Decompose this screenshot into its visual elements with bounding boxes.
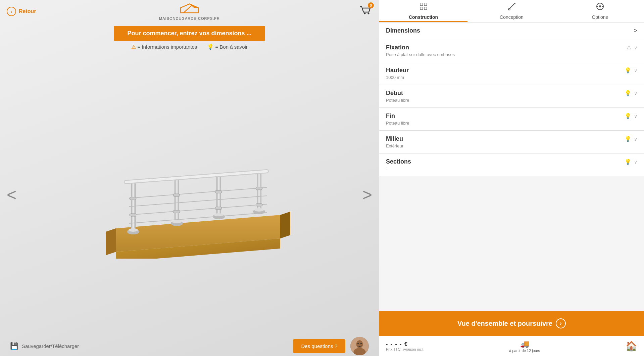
save-icon: 💾 [10,342,18,350]
svg-rect-9 [131,183,136,232]
info-good-group: 💡 = Bon à savoir [207,44,247,50]
config-item-fin-header: Fin 💡 ∨ [386,113,637,120]
sections-controls: 💡 ∨ [625,159,637,165]
svg-point-36 [356,340,363,348]
config-item-fixation-header: Fixation ⚠ ∨ [386,44,637,51]
bulb-icon: 💡 [207,44,214,50]
info-good-text: = Bon à savoir [215,44,248,50]
avatar-image [350,337,369,355]
svg-rect-33 [215,207,222,210]
svg-line-25 [129,204,267,215]
delivery-text: à partir de 12 jours [509,349,540,353]
svg-rect-12 [175,180,179,223]
sections-chevron-icon: ∨ [634,159,637,165]
svg-point-3 [364,12,366,14]
config-item-milieu-title: Milieu [386,135,403,142]
config-item-hauteur-title: Hauteur [386,67,409,74]
svg-line-44 [508,3,515,10]
config-item-hauteur[interactable]: Hauteur 💡 ∨ 1000 mm [379,62,644,85]
svg-line-24 [129,196,267,207]
config-item-debut[interactable]: Début 💡 ∨ Poteau libre [379,85,644,108]
save-button[interactable]: 💾 Sauvegarder/Télécharger [10,342,79,350]
svg-point-4 [368,12,369,14]
tab-options-label: Options [592,14,608,20]
config-item-sections-sub: - [386,166,637,171]
save-label: Sauvegarder/Télécharger [22,343,79,349]
tab-options[interactable]: Options [556,0,644,22]
svg-point-51 [599,5,601,7]
tab-construction-label: Construction [409,14,438,20]
config-item-sections[interactable]: Sections 💡 ∨ - [379,153,644,176]
svg-rect-40 [420,3,423,6]
tab-conception-label: Conception [500,14,524,20]
back-label: Retour [19,8,36,14]
fixation-warning-icon: ⚠ [627,44,631,51]
debut-chevron-icon: ∨ [634,91,637,96]
logo-icon [178,2,201,16]
svg-line-22 [126,171,267,182]
price-value: - - - - € [386,341,424,347]
config-item-fin-title: Fin [386,113,395,120]
dimensions-banner-button[interactable]: Pour commencer, entrez vos dimensions ..… [114,26,265,41]
config-item-debut-header: Début 💡 ∨ [386,90,637,97]
config-item-milieu-sub: Extérieur [386,143,637,148]
fixation-chevron-icon: ∨ [634,45,637,50]
config-item-fin-sub: Poteau libre [386,121,637,126]
debut-bulb-icon: 💡 [625,90,631,96]
svg-rect-41 [424,3,427,6]
config-item-fixation-title: Fixation [386,44,409,51]
svg-rect-42 [420,7,423,10]
svg-marker-0 [181,4,198,12]
questions-button[interactable]: Des questions ? [293,339,345,353]
svg-line-23 [129,187,267,198]
config-item-fixation[interactable]: Fixation ⚠ ∨ Pose à plat sur dalle avec … [379,39,644,62]
svg-rect-27 [130,197,136,200]
svg-point-39 [360,343,362,344]
fin-controls: 💡 ∨ [625,113,637,119]
config-item-fin[interactable]: Fin 💡 ∨ Poteau libre [379,108,644,131]
delivery-icon: 🚚 [520,340,529,349]
svg-rect-34 [256,204,262,206]
milieu-chevron-icon: ∨ [634,136,637,142]
questions-area: Des questions ? [293,337,369,355]
svg-marker-7 [106,228,116,255]
svg-rect-30 [256,187,262,190]
config-item-hauteur-header: Hauteur 💡 ∨ [386,67,637,74]
tab-conception[interactable]: Conception [467,0,556,22]
svg-point-14 [172,220,182,223]
price-area: - - - - € Prix TTC, livraison incl. [386,341,424,351]
back-button[interactable]: ‹ Retour [7,7,36,16]
tab-construction[interactable]: Construction [379,0,467,22]
railing-illustration [86,131,294,259]
next-button[interactable]: > [362,185,372,205]
logo-text: MAISONDUGARDE-CORPS.FR [159,16,220,20]
svg-rect-15 [216,176,221,217]
svg-rect-32 [173,210,180,213]
config-item-hauteur-sub: 1000 mm [386,75,637,80]
config-item-fixation-sub: Pose à plat sur dalle avec embases [386,52,637,57]
milieu-controls: 💡 ∨ [625,136,637,142]
cta-button[interactable]: Vue d'ensemble et poursuivre › [379,311,644,336]
3d-view: < [0,53,379,336]
back-arrow-icon: ‹ [7,7,16,16]
config-item-dimensions-title: Dimensions [386,27,420,34]
sidebar: Construction Conception Options Dimensio… [379,0,644,356]
fin-bulb-icon: 💡 [625,113,631,119]
config-item-dimensions[interactable]: Dimensions > [379,23,644,39]
delivery-area: 🚚 à partir de 12 jours [509,340,540,353]
svg-point-11 [129,228,138,232]
config-item-sections-header: Sections 💡 ∨ [386,158,637,165]
prev-button[interactable]: < [7,185,16,205]
milieu-bulb-icon: 💡 [625,136,631,142]
cart-button[interactable]: 0 [359,4,372,19]
home-icon: 🏠 [626,341,637,352]
config-item-milieu[interactable]: Milieu 💡 ∨ Extérieur [379,131,644,153]
banner-text: Pour commencer, entrez vos dimensions ..… [127,30,251,37]
config-item-sections-title: Sections [386,158,411,165]
info-line: ⚠ = Informations importantes 💡 = Bon à s… [3,44,376,50]
config-item-milieu-header: Milieu 💡 ∨ [386,135,637,142]
logo: MAISONDUGARDE-CORPS.FR [159,2,220,20]
footer: 💾 Sauvegarder/Télécharger Des questions … [0,336,379,356]
svg-rect-29 [215,190,222,193]
warning-icon: ⚠ [131,44,136,50]
